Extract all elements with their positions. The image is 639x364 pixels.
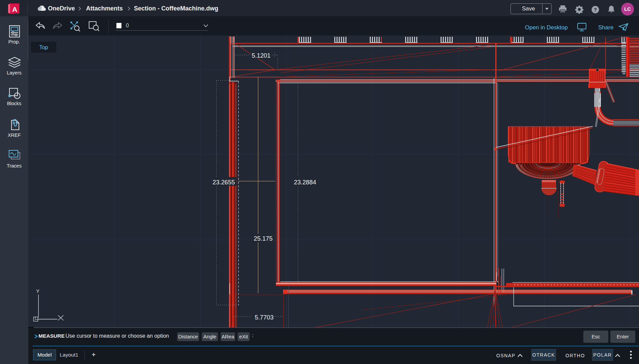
svg-text:A: A [12, 5, 17, 13]
svg-text:Y: Y [36, 288, 39, 294]
svg-text:?: ? [594, 7, 597, 12]
svg-text:23.2655: 23.2655 [213, 179, 235, 186]
svg-text:5.1201: 5.1201 [252, 52, 271, 59]
svg-text:23.2884: 23.2884 [294, 179, 316, 186]
svg-text:25.175: 25.175 [254, 235, 273, 242]
svg-text:5.7703: 5.7703 [255, 314, 274, 321]
